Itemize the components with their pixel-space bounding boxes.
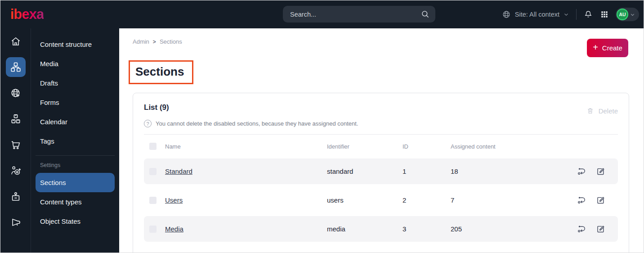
- section-assigned-content: 7: [451, 196, 577, 204]
- sidebar-item-content-structure[interactable]: Content structure: [36, 35, 115, 54]
- table-row: Media media 3 205: [144, 216, 618, 242]
- site-context-label: Site: All context: [515, 11, 559, 18]
- breadcrumb: Admin > Sections: [133, 38, 182, 45]
- section-assigned-content: 18: [451, 167, 577, 175]
- site-globe-icon: [6, 83, 26, 103]
- app-switcher-button[interactable]: [600, 10, 609, 19]
- sidebar-item-media[interactable]: Media: [36, 54, 115, 73]
- global-search[interactable]: [283, 6, 435, 23]
- sidebar-item-object-states[interactable]: Object States: [36, 212, 115, 231]
- assign-content-button[interactable]: [577, 166, 587, 176]
- sidebar-item-tags[interactable]: Tags: [36, 131, 115, 151]
- rail-product-catalog[interactable]: [0, 106, 31, 132]
- home-icon: [6, 32, 26, 51]
- info-row: ? You cannot delete the disabled section…: [144, 120, 618, 127]
- page-title-highlight-box: Sections: [129, 60, 193, 84]
- sidebar-item-calendar[interactable]: Calendar: [36, 112, 115, 131]
- edit-button[interactable]: [595, 195, 606, 205]
- select-all-checkbox[interactable]: [149, 143, 157, 150]
- settings-group-label: Settings: [36, 161, 115, 173]
- topbar: ibexa Site: All context: [0, 0, 644, 28]
- row-checkbox[interactable]: [149, 226, 157, 233]
- assign-content-button[interactable]: [577, 224, 587, 234]
- edit-button[interactable]: [595, 224, 606, 234]
- sidebar-item-forms[interactable]: Forms: [36, 93, 115, 112]
- rail-content[interactable]: [0, 54, 31, 81]
- sidebar-item-drafts[interactable]: Drafts: [36, 73, 115, 93]
- delete-button-label: Delete: [599, 107, 618, 115]
- bell-icon: [583, 9, 593, 19]
- globe-icon: [501, 9, 511, 19]
- megaphone-icon: [6, 212, 26, 232]
- section-link[interactable]: Users: [165, 196, 183, 204]
- section-link[interactable]: Media: [165, 225, 183, 233]
- section-id: 1: [402, 167, 451, 175]
- menu-divider: [36, 155, 115, 156]
- ibexa-logo[interactable]: ibexa: [10, 6, 44, 23]
- create-button-label: Create: [602, 44, 622, 52]
- product-boxes-icon: [6, 109, 26, 129]
- list-title: List (9): [144, 103, 169, 112]
- main-content: Admin > Sections + Create Sections List …: [119, 28, 644, 253]
- rail-site[interactable]: [0, 80, 31, 106]
- icon-rail: [0, 28, 31, 253]
- rail-personalization[interactable]: [0, 158, 31, 184]
- table-row: Users users 2 7: [144, 187, 618, 213]
- page-title: Sections: [135, 65, 184, 79]
- breadcrumb-admin[interactable]: Admin: [133, 38, 149, 45]
- breadcrumb-sections[interactable]: Sections: [160, 38, 182, 45]
- breadcrumb-separator: >: [153, 39, 156, 45]
- rail-dashboard[interactable]: [0, 28, 31, 54]
- sidebar-item-sections[interactable]: Sections: [36, 173, 115, 192]
- table-header: Name Identifier ID Assigned content: [144, 137, 618, 155]
- assign-content-button[interactable]: [577, 195, 587, 205]
- trash-icon: [586, 107, 595, 115]
- user-menu[interactable]: AU: [616, 8, 639, 21]
- help-icon: ?: [144, 120, 152, 127]
- sidebar-menu: Content structure Media Drafts Forms Cal…: [31, 28, 119, 253]
- table-row: Standard standard 1 18: [144, 158, 618, 184]
- topbar-right: Site: All context: [501, 8, 639, 21]
- sections-list-card: List (9) Delete ? You cannot delete the …: [133, 93, 629, 253]
- sidebar-item-content-types[interactable]: Content types: [36, 192, 115, 212]
- section-identifier: users: [327, 196, 402, 204]
- chevron-down-icon: [563, 11, 569, 18]
- row-checkbox[interactable]: [149, 197, 157, 204]
- create-button[interactable]: + Create: [587, 39, 628, 57]
- rail-campaigns[interactable]: [0, 210, 31, 236]
- section-link[interactable]: Standard: [165, 167, 192, 175]
- notifications-button[interactable]: [583, 9, 593, 19]
- admin-badge-icon: [6, 187, 26, 207]
- section-id: 2: [402, 196, 451, 204]
- column-header-name: Name: [165, 143, 327, 150]
- site-context-selector[interactable]: Site: All context: [501, 9, 569, 19]
- search-icon[interactable]: [420, 9, 430, 19]
- personalization-target-icon: [6, 161, 26, 181]
- info-text: You cannot delete the disabled sections,…: [156, 120, 358, 127]
- section-identifier: media: [327, 225, 402, 233]
- card-divider: [144, 134, 618, 135]
- section-identifier: standard: [327, 167, 402, 175]
- column-header-identifier: Identifier: [327, 143, 402, 150]
- grid-icon: [600, 10, 609, 19]
- edit-button[interactable]: [595, 166, 606, 176]
- column-header-id: ID: [402, 143, 451, 150]
- topbar-divider: [576, 9, 577, 20]
- delete-button[interactable]: Delete: [586, 107, 618, 115]
- search-input[interactable]: [290, 11, 420, 18]
- column-header-assigned-content: Assigned content: [451, 143, 577, 150]
- row-checkbox[interactable]: [149, 168, 157, 175]
- section-assigned-content: 205: [451, 225, 577, 233]
- rail-commerce[interactable]: [0, 132, 31, 158]
- section-id: 3: [402, 225, 451, 233]
- plus-icon: +: [593, 42, 598, 53]
- chevron-down-icon: [630, 12, 635, 18]
- avatar: AU: [617, 9, 628, 20]
- cart-icon: [6, 135, 26, 155]
- content-tree-icon: [6, 57, 26, 77]
- rail-admin[interactable]: [0, 184, 31, 210]
